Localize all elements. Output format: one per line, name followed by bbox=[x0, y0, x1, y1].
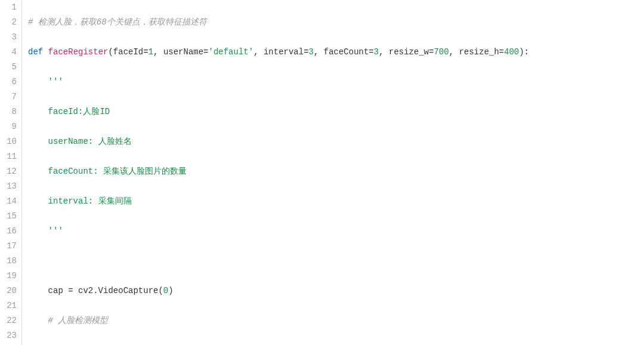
line-number: 4 bbox=[0, 45, 17, 60]
code-line[interactable] bbox=[28, 254, 644, 269]
number-literal: 400 bbox=[504, 47, 519, 57]
line-number: 13 bbox=[0, 179, 17, 194]
code-text: cap = cv2.VideoCapture( bbox=[28, 286, 163, 295]
code-text: , resize_h= bbox=[449, 47, 504, 57]
line-number: 23 bbox=[0, 328, 17, 343]
number-literal: 3 bbox=[374, 47, 379, 57]
code-text: (faceId= bbox=[108, 47, 148, 57]
line-number: 1 bbox=[0, 0, 17, 15]
number-literal: 3 bbox=[309, 47, 314, 57]
line-number: 10 bbox=[0, 134, 17, 149]
line-number-gutter: 1 2 3 4 5 6 7 8 9 10 11 12 13 14 15 16 1… bbox=[0, 0, 21, 345]
line-number: 11 bbox=[0, 149, 17, 164]
number-literal: 1 bbox=[148, 47, 153, 57]
number-literal: 0 bbox=[163, 286, 168, 295]
code-line[interactable]: userName: 人脸姓名 bbox=[28, 134, 644, 149]
line-number: 6 bbox=[0, 75, 17, 90]
line-number: 16 bbox=[0, 224, 17, 239]
line-number: 8 bbox=[0, 104, 17, 119]
line-number: 17 bbox=[0, 239, 17, 254]
code-editor[interactable]: # 检测人脸，获取68个关键点，获取特征描述符 def faceRegister… bbox=[22, 0, 644, 345]
docstring-text: ''' bbox=[28, 77, 63, 87]
docstring-text: userName: 人脸姓名 bbox=[28, 137, 132, 146]
code-line[interactable]: faceId:人脸ID bbox=[28, 104, 644, 119]
code-line[interactable]: # 人脸检测模型 bbox=[28, 313, 644, 328]
code-text: , userName= bbox=[153, 47, 208, 57]
comment-text: # 检测人脸，获取68个关键点，获取特征描述符 bbox=[28, 17, 207, 27]
line-number: 3 bbox=[0, 30, 17, 45]
line-number: 2 bbox=[0, 15, 17, 30]
line-number: 12 bbox=[0, 164, 17, 179]
docstring-text: interval: 采集间隔 bbox=[28, 196, 132, 206]
code-text: , resize_w= bbox=[379, 47, 434, 57]
docstring-text: faceId:人脸ID bbox=[28, 107, 110, 116]
docstring-text: ''' bbox=[28, 226, 63, 236]
code-line[interactable]: faceCount: 采集该人脸图片的数量 bbox=[28, 164, 644, 179]
line-number: 21 bbox=[0, 298, 17, 313]
code-line[interactable]: cap = cv2.VideoCapture(0) bbox=[28, 284, 644, 298]
line-number: 14 bbox=[0, 194, 17, 209]
docstring-text: faceCount: 采集该人脸图片的数量 bbox=[28, 167, 187, 176]
code-text: ): bbox=[519, 47, 529, 57]
line-number: 20 bbox=[0, 284, 17, 298]
code-line[interactable]: # 检测人脸，获取68个关键点，获取特征描述符 bbox=[28, 15, 644, 30]
comment-text: # 人脸检测模型 bbox=[28, 316, 108, 325]
code-line[interactable]: interval: 采集间隔 bbox=[28, 194, 644, 209]
code-line[interactable]: ''' bbox=[28, 75, 644, 90]
string-literal: 'default' bbox=[209, 47, 254, 57]
line-number: 22 bbox=[0, 313, 17, 328]
keyword-def: def bbox=[28, 47, 43, 57]
code-line[interactable]: def faceRegister(faceId=1, userName='def… bbox=[28, 45, 644, 60]
line-number: 9 bbox=[0, 119, 17, 134]
number-literal: 700 bbox=[434, 47, 449, 57]
code-text: , faceCount= bbox=[314, 47, 374, 57]
line-number: 18 bbox=[0, 254, 17, 269]
code-line[interactable]: ''' bbox=[28, 224, 644, 239]
function-name: faceRegister bbox=[48, 47, 109, 57]
line-number: 7 bbox=[0, 90, 17, 104]
line-number: 19 bbox=[0, 269, 17, 284]
line-number: 5 bbox=[0, 60, 17, 75]
line-number: 15 bbox=[0, 209, 17, 224]
code-text: ) bbox=[168, 286, 173, 295]
code-text: , interval= bbox=[253, 47, 308, 57]
